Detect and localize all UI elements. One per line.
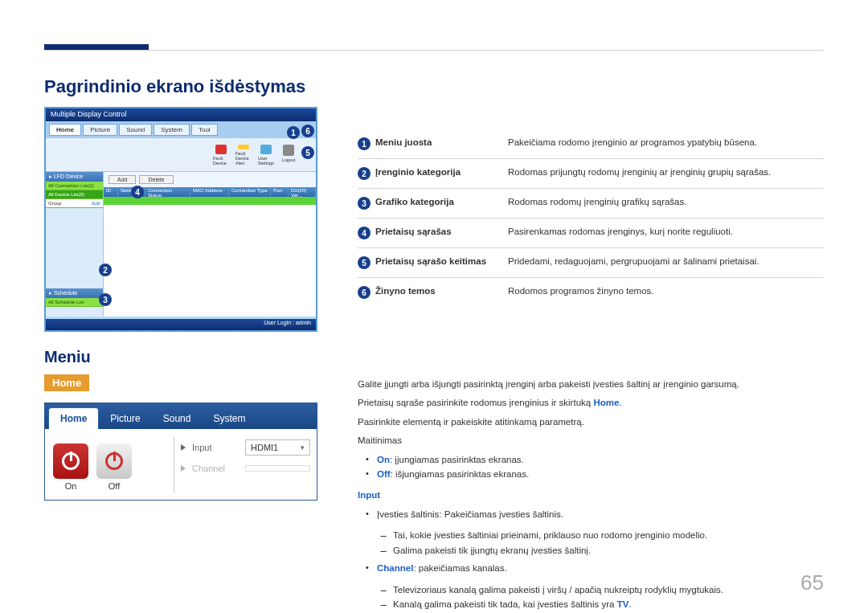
window-title-bar: Multiple Display Control — [46, 108, 316, 121]
desc-p3: Pasirinkite elementą ir pakeiskite atiti… — [358, 415, 824, 429]
marker-6: 6 — [301, 125, 314, 137]
tab-tool[interactable]: Tool — [191, 124, 218, 136]
input-source-item: Įvesties šaltinis: Pakeičiamas įvesties … — [366, 507, 824, 521]
desc-p1: Galite įjungti arba išjungti pasirinktą … — [358, 378, 824, 391]
legend-desc: Rodomas prijungtų rodomų įrenginių ar įr… — [508, 167, 824, 177]
input-rows: Input HDMI1 Channel — [174, 429, 317, 501]
legend-row: 5Prietaisų sąrašo keitimasPridedami, red… — [358, 248, 824, 278]
description-block: Galite įjungti arba išjungti pasirinktą … — [358, 378, 824, 613]
channel-value — [245, 465, 310, 472]
channel-label: Channel — [192, 464, 240, 473]
tab-home[interactable]: Home — [49, 124, 81, 136]
desc-p4: Maitinimas — [358, 434, 824, 447]
triangle-icon — [181, 444, 186, 451]
marker-1: 1 — [287, 126, 300, 139]
tab-sound[interactable]: Sound — [119, 124, 152, 136]
sidebar-all-schedule[interactable]: All Schedule List — [46, 298, 103, 307]
input-sub-b: Galima pakeisti tik įjungtų ekranų įvest… — [380, 543, 824, 558]
channel-sub-a: Televizoriaus kanalą galima pakeisti į v… — [380, 582, 824, 597]
add-button[interactable]: Add — [108, 175, 136, 184]
legend-num: 2 — [358, 167, 371, 180]
legend-desc: Pridedami, redaguojami, pergrupuojami ar… — [508, 256, 824, 266]
toolbar: Fault Device Fault Device Alert User Set… — [46, 138, 316, 172]
legend-row: 4Prietaisų sąrašasPasirenkamas rodomas į… — [358, 219, 824, 248]
legend-desc: Rodomas rodomų įrenginių grafikų sąrašas… — [508, 197, 824, 206]
input-heading: Input — [358, 488, 824, 502]
legend-num: 5 — [358, 256, 371, 269]
sidebar-group-row[interactable]: GroupEdit — [46, 199, 103, 208]
legend-num: 3 — [358, 197, 371, 210]
page-number: 65 — [800, 570, 824, 595]
legend-term: Prietaisų sąrašo keitimas — [375, 256, 508, 266]
triangle-icon — [181, 465, 186, 472]
logout-icon[interactable]: Logout — [280, 145, 297, 166]
channel-sub-b: Kanalą galima pakeisti tik tada, kai įve… — [380, 597, 824, 611]
tab2-home[interactable]: Home — [48, 407, 99, 429]
sidebar-all-device[interactable]: All Device List(0) — [46, 190, 103, 199]
menu-heading: Meniu — [44, 348, 317, 366]
page-title: Pagrindinio ekrano išdėstymas — [44, 76, 824, 97]
desc-on: On: įjungiamas pasirinktas ekranas. — [366, 452, 824, 467]
tab2-picture[interactable]: Picture — [99, 408, 151, 429]
marker-4: 4 — [131, 186, 144, 198]
legend-desc: Rodomos programos žinyno temos. — [508, 286, 824, 296]
legend-term: Meniu juosta — [375, 137, 508, 147]
legend-num: 1 — [358, 137, 371, 150]
fault-alert-icon[interactable]: Fault Device Alert — [235, 145, 252, 166]
menu-bar: Home Picture Sound System Tool — [46, 121, 316, 138]
power-on-button[interactable] — [53, 443, 88, 479]
home-section-label: Home — [44, 374, 89, 391]
desc-p2: Prietaisų sąraše pasirinkite rodomus įre… — [358, 396, 824, 410]
power-off-label: Off — [108, 481, 120, 491]
tab-picture[interactable]: Picture — [83, 124, 117, 136]
power-off-button[interactable] — [96, 443, 132, 479]
legend-table: 1Meniu juostaPakeičiama rodomo įrenginio… — [358, 129, 824, 307]
sidebar-schedule-header[interactable]: ▸ Schedule — [46, 288, 103, 298]
power-buttons: On Off — [45, 429, 174, 501]
legend-term: Žinyno temos — [375, 286, 508, 296]
tab-system[interactable]: System — [154, 124, 190, 136]
legend-desc: Pasirenkamas rodomas įrenginys, kurį nor… — [508, 227, 824, 236]
legend-row: 3Grafiko kategorijaRodomas rodomų įrengi… — [358, 189, 824, 219]
user-settings-icon[interactable]: User Settings — [258, 145, 274, 166]
sidebar: ▸ LFD Device All Connection List(1) All … — [46, 172, 104, 317]
home-tab-screenshot: Home Picture Sound System On Off — [44, 403, 317, 501]
header-rule — [44, 50, 824, 51]
legend-row: 2Įrenginio kategorijaRodomas prijungtų r… — [358, 159, 824, 189]
legend-num: 4 — [358, 227, 371, 239]
power-icon — [62, 452, 80, 470]
power-icon — [105, 452, 123, 470]
marker-3: 3 — [99, 293, 112, 306]
marker-2: 2 — [99, 264, 112, 276]
legend-row: 1Meniu juostaPakeičiama rodomo įrenginio… — [358, 129, 824, 159]
desc-off: Off: išjungiamas pasirinktas ekranas. — [366, 467, 824, 481]
fault-device-icon[interactable]: Fault Device — [213, 145, 229, 166]
legend-desc: Pakeičiama rodomo įrenginio ar programos… — [508, 137, 824, 147]
status-bar: User Login : admin — [46, 319, 316, 330]
header-accent — [44, 44, 149, 50]
channel-row: Channel — [181, 458, 310, 479]
home-tabs: Home Picture Sound System — [45, 403, 317, 429]
legend-num: 6 — [358, 286, 371, 299]
input-label: Input — [192, 443, 240, 452]
delete-button[interactable]: Delete — [139, 175, 173, 184]
marker-5: 5 — [301, 146, 314, 159]
legend-term: Grafiko kategorija — [375, 197, 508, 206]
legend-term: Įrenginio kategorija — [375, 167, 508, 177]
tab2-system[interactable]: System — [202, 408, 256, 429]
channel-item: Channel: pakeičiamas kanalas. — [366, 561, 824, 575]
legend-row: 6Žinyno temosRodomos programos žinyno te… — [358, 278, 824, 307]
power-on-label: On — [65, 481, 77, 491]
main-layout-screenshot: Multiple Display Control Home Picture So… — [44, 107, 317, 332]
sidebar-lfd-header[interactable]: ▸ LFD Device — [46, 172, 103, 182]
legend-term: Prietaisų sąrašas — [375, 227, 508, 236]
sidebar-all-connection[interactable]: All Connection List(1) — [46, 182, 103, 190]
tab2-sound[interactable]: Sound — [152, 408, 203, 429]
input-select[interactable]: HDMI1 — [245, 439, 310, 456]
input-row: Input HDMI1 — [181, 437, 310, 458]
input-sub-a: Tai, kokie įvesties šaltiniai prieinami,… — [380, 528, 824, 542]
